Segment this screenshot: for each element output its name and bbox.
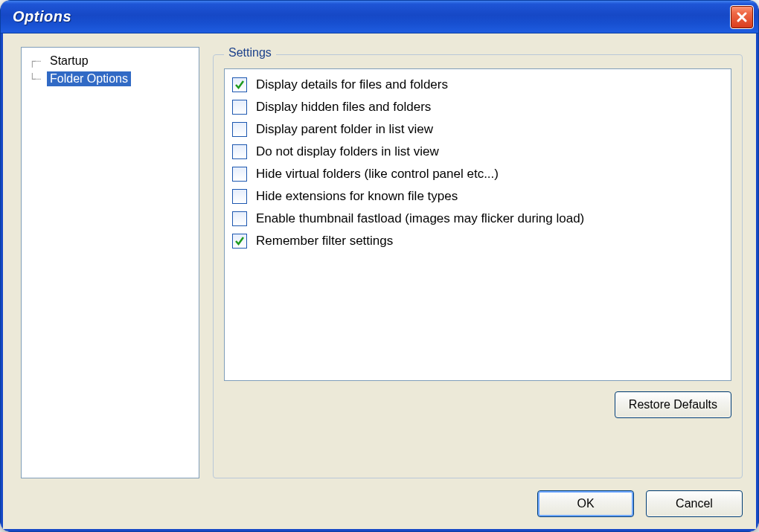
setting-display-parent-folder[interactable]: Display parent folder in list view xyxy=(228,118,728,141)
checkmark-icon xyxy=(234,79,246,91)
dialog-body: ┌┈ Startup └┈ Folder Options Settings xyxy=(1,33,758,531)
window-title: Options xyxy=(13,8,71,25)
dialog-button-row: OK Cancel xyxy=(21,478,743,517)
checkbox[interactable] xyxy=(232,77,247,92)
checkbox-label: Display hidden files and folders xyxy=(256,100,431,115)
groupbox-title: Settings xyxy=(224,46,276,60)
checkbox[interactable] xyxy=(232,122,247,137)
checkbox-label: Display parent folder in list view xyxy=(256,122,433,137)
cancel-button[interactable]: Cancel xyxy=(646,490,743,517)
setting-enable-thumbnail-fastload[interactable]: Enable thumbnail fastload (images may fl… xyxy=(228,208,728,230)
setting-display-hidden[interactable]: Display hidden files and folders xyxy=(228,96,728,118)
checkbox[interactable] xyxy=(232,100,247,115)
settings-checklist[interactable]: Display details for files and folders Di… xyxy=(224,68,731,381)
checkbox-label: Display details for files and folders xyxy=(256,77,448,92)
setting-remember-filter[interactable]: Remember filter settings xyxy=(228,230,728,252)
checkbox-label: Enable thumbnail fastload (images may fl… xyxy=(256,211,584,226)
settings-groupbox: Settings Display details for files and f… xyxy=(213,54,743,478)
settings-panel: Settings Display details for files and f… xyxy=(213,47,743,478)
checkbox[interactable] xyxy=(232,211,247,226)
checkbox-label: Do not display folders in list view xyxy=(256,144,439,159)
setting-hide-extensions[interactable]: Hide extensions for known file types xyxy=(228,185,728,208)
ok-button[interactable]: OK xyxy=(537,490,634,517)
checkbox[interactable] xyxy=(232,234,247,249)
options-dialog: Options ┌┈ Startup └┈ Folder Options xyxy=(0,0,759,532)
close-icon xyxy=(736,11,748,23)
restore-defaults-button[interactable]: Restore Defaults xyxy=(615,391,731,418)
category-tree[interactable]: ┌┈ Startup └┈ Folder Options xyxy=(21,47,199,478)
tree-branch-icon: ┌┈ xyxy=(29,55,47,67)
checkbox[interactable] xyxy=(232,144,247,159)
checkbox[interactable] xyxy=(232,167,247,182)
tree-item-folder-options[interactable]: └┈ Folder Options xyxy=(25,70,196,88)
tree-item-startup[interactable]: ┌┈ Startup xyxy=(25,52,196,70)
close-button[interactable] xyxy=(730,5,754,29)
setting-hide-virtual-folders[interactable]: Hide virtual folders (like control panel… xyxy=(228,163,728,185)
setting-no-folders-in-list[interactable]: Do not display folders in list view xyxy=(228,141,728,163)
checkbox-label: Hide virtual folders (like control panel… xyxy=(256,167,499,182)
tree-branch-icon: └┈ xyxy=(29,73,47,85)
tree-item-label: Folder Options xyxy=(47,71,131,86)
checkbox[interactable] xyxy=(232,189,247,204)
checkmark-icon xyxy=(234,235,246,247)
tree-item-label: Startup xyxy=(47,54,92,68)
titlebar: Options xyxy=(1,1,758,33)
checkbox-label: Remember filter settings xyxy=(256,234,393,249)
setting-display-details[interactable]: Display details for files and folders xyxy=(228,74,728,96)
checkbox-label: Hide extensions for known file types xyxy=(256,189,458,204)
